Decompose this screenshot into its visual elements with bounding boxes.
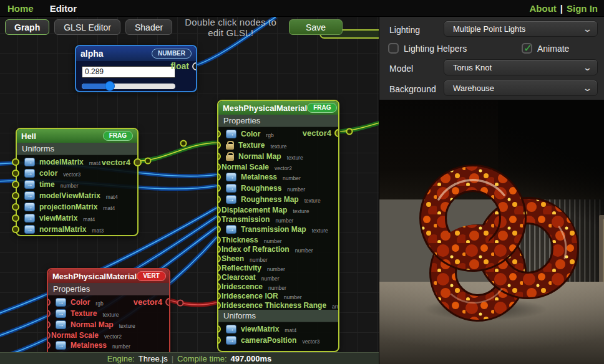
input-port[interactable] (217, 130, 221, 138)
row-type: number (295, 247, 313, 254)
input-port[interactable] (12, 203, 19, 211)
arrow-icon[interactable]: → (24, 169, 35, 178)
input-port[interactable] (217, 236, 221, 244)
input-port[interactable] (47, 342, 51, 349)
arrow-icon[interactable]: → (56, 341, 66, 350)
row-clearcoat: Clearcoatnumber (218, 272, 338, 282)
arrow-icon[interactable]: → (24, 158, 35, 166)
arrow-icon[interactable]: → (56, 309, 66, 318)
input-port[interactable] (217, 216, 221, 223)
preview-3d-viewport[interactable] (379, 100, 604, 364)
tab-glsl-editor[interactable]: GLSL Editor (54, 19, 120, 35)
output-label: vector4 (134, 297, 162, 307)
number-slider[interactable] (82, 84, 175, 89)
input-port[interactable] (217, 292, 221, 300)
output-port[interactable] (192, 62, 197, 70)
arrow-icon[interactable]: → (226, 195, 236, 204)
section-rows: →ColorrgbTexturetextureNormal Maptexture… (218, 127, 338, 310)
input-port[interactable] (217, 184, 221, 192)
output-port[interactable] (134, 158, 142, 166)
input-port[interactable] (217, 302, 221, 309)
row-type: texture (102, 312, 119, 318)
input-port[interactable] (217, 283, 221, 290)
row-normal-map: Normal Maptexture (218, 151, 338, 162)
row-type: mat3 (92, 228, 104, 234)
node-meshphysicalmaterial-vert[interactable]: MeshPhysicalMaterialVERTProperties→Color… (47, 268, 170, 362)
node-hell-frag[interactable]: HellFRAGUniforms→modelMatrixmat4→colorve… (16, 128, 139, 236)
lighting-helpers-checkbox[interactable]: ✓ (388, 43, 399, 54)
row-cameraposition: →cameraPositionvector3 (218, 335, 338, 346)
input-port[interactable] (217, 226, 221, 233)
input-port[interactable] (217, 153, 221, 160)
lighting-label: Lighting (389, 25, 420, 35)
arrow-icon[interactable]: → (24, 191, 35, 200)
input-port[interactable] (47, 299, 51, 306)
input-port[interactable] (217, 325, 221, 333)
arrow-icon[interactable]: → (24, 203, 35, 211)
input-port[interactable] (12, 170, 19, 177)
row-type: number (283, 175, 301, 181)
input-port[interactable] (217, 274, 221, 281)
row-label: projectionMatrix (39, 203, 97, 211)
input-port[interactable] (217, 173, 221, 181)
input-port[interactable] (47, 310, 51, 317)
node-titlebar: MeshPhysicalMaterialFRAG (218, 101, 338, 115)
lighting-value: Multiple Point Lights (453, 24, 525, 34)
input-port[interactable] (12, 158, 19, 166)
arrow-icon[interactable]: → (24, 225, 35, 234)
input-port[interactable] (12, 181, 19, 188)
hint-text: Double click nodes to edit GLSL! (177, 17, 284, 38)
arrow-icon[interactable]: → (56, 320, 66, 329)
model-select[interactable]: Torus Knot ⌄ (444, 59, 598, 75)
input-port[interactable] (217, 337, 221, 344)
node-graph-canvas[interactable]: alphaNUMBERfloatHellFRAGUniforms→modelMa… (0, 17, 379, 364)
arrow-icon[interactable]: → (226, 173, 236, 181)
row-type: texture (287, 155, 303, 161)
nav-about-link[interactable]: About (529, 3, 556, 14)
node-alpha[interactable]: alphaNUMBERfloat (75, 45, 197, 92)
arrow-icon[interactable]: → (226, 130, 236, 138)
input-port[interactable] (217, 196, 221, 203)
nav-home-link[interactable]: Home (7, 3, 34, 14)
animate-checkbox[interactable]: ✓ (522, 43, 532, 54)
engine-label: Engine: (107, 354, 135, 363)
background-select[interactable]: Warehouse ⌄ (444, 80, 598, 96)
input-port[interactable] (217, 141, 221, 149)
nav-signin-link[interactable]: Sign In (567, 3, 598, 14)
arrow-icon[interactable]: → (226, 225, 236, 234)
save-button[interactable]: Save (289, 19, 343, 35)
arrow-icon[interactable]: → (226, 184, 236, 193)
nav-editor-link[interactable]: Editor (50, 3, 77, 14)
node-meshphysicalmaterial-frag[interactable]: MeshPhysicalMaterialFRAGProperties→Color… (217, 100, 339, 352)
lighting-select[interactable]: Multiple Point Lights ⌄ (444, 21, 598, 37)
output-port[interactable] (334, 129, 339, 137)
arrow-icon[interactable]: → (226, 325, 236, 333)
row-label: Normal Map (238, 152, 281, 161)
input-port[interactable] (217, 206, 221, 214)
tab-graph[interactable]: Graph (5, 19, 49, 35)
nav-separator: | (560, 3, 563, 14)
input-port[interactable] (217, 246, 221, 253)
input-port[interactable] (217, 264, 221, 272)
input-port[interactable] (12, 226, 19, 233)
row-type: rgb (95, 300, 103, 307)
input-port[interactable] (47, 321, 51, 328)
input-port[interactable] (12, 192, 19, 199)
shader-editor-app: Home Editor About | Sign In (0, 0, 604, 364)
node-stage-badge: FRAG (307, 103, 337, 113)
arrow-icon[interactable]: → (24, 180, 35, 189)
engine-value: Three.js (139, 354, 168, 363)
arrow-icon[interactable]: → (226, 336, 236, 345)
input-port[interactable] (217, 255, 221, 262)
slider-thumb[interactable] (105, 81, 115, 91)
input-port[interactable] (12, 214, 19, 222)
input-port[interactable] (217, 163, 221, 171)
check-icon: ✓ (524, 42, 532, 55)
row-projectionmatrix: →projectionMatrixmat4 (17, 201, 137, 213)
output-port[interactable] (165, 298, 170, 306)
arrow-icon[interactable]: → (24, 214, 35, 223)
arrow-icon[interactable]: → (56, 298, 66, 307)
number-value-input[interactable] (82, 66, 175, 78)
tab-shader[interactable]: Shader (125, 19, 172, 35)
input-port[interactable] (47, 332, 51, 339)
